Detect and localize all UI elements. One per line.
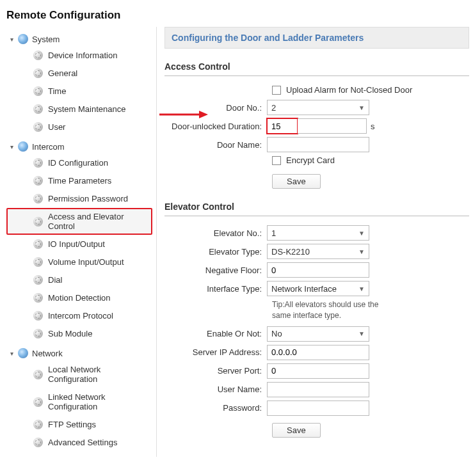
duration-label: Door-unlocked Duration: (164, 122, 267, 131)
sidebar-item-time[interactable]: Time (6, 83, 152, 100)
gear-icon (33, 275, 43, 285)
sidebar-group-label: System (32, 35, 60, 44)
sidebar-item-label: Time Parameters (48, 176, 111, 186)
door-name-label: Door Name: (164, 140, 267, 150)
password-input[interactable] (267, 401, 369, 416)
globe-icon (18, 141, 28, 152)
sidebar-item-label: IO Input/Output (48, 239, 105, 249)
encrypt-card-row[interactable]: Encrypt Card (164, 155, 469, 165)
upload-alarm-checkbox[interactable] (272, 86, 281, 95)
sidebar-item-device-information[interactable]: Device Information (6, 47, 152, 64)
caret-down-icon: ▼ (358, 230, 365, 237)
door-no-label: Door No.: (164, 103, 267, 113)
sidebar: ▾ System Device Information General Time… (0, 27, 156, 457)
sidebar-item-permission-password[interactable]: Permission Password (6, 190, 152, 207)
sidebar-item-label: Volume Input/Output (48, 257, 124, 267)
sidebar-item-intercom-protocol[interactable]: Intercom Protocol (6, 307, 152, 324)
sidebar-item-volume-input-output[interactable]: Volume Input/Output (6, 253, 152, 271)
elevator-control-title: Elevator Control (164, 202, 469, 216)
gear-icon (33, 293, 43, 303)
chevron-down-icon: ▾ (10, 36, 17, 43)
server-ip-input[interactable] (267, 345, 369, 360)
duration-unit: s (371, 122, 375, 131)
access-save-button[interactable]: Save (272, 174, 321, 189)
sidebar-item-io-input-output[interactable]: IO Input/Output (6, 235, 152, 253)
enable-label: Enable Or Not: (164, 329, 267, 338)
sidebar-item-label: Access and Elevator Control (48, 212, 151, 231)
elevator-no-select[interactable]: 1 ▼ (267, 225, 369, 241)
upload-alarm-row[interactable]: Upload Alarm for Not-Closed Door (164, 85, 469, 95)
door-name-input[interactable] (267, 137, 369, 152)
sidebar-item-id-configuration[interactable]: ID Configuration (6, 154, 152, 171)
elevator-no-value: 1 (271, 228, 276, 238)
gear-icon (33, 239, 43, 249)
sidebar-item-general[interactable]: General (6, 65, 152, 82)
interface-type-select[interactable]: Network Interface ▼ (267, 281, 369, 296)
elevator-save-button[interactable]: Save (272, 423, 321, 438)
main-panel: Configuring the Door and Ladder Paramete… (164, 27, 473, 457)
elevator-type-value: DS-K2210 (271, 247, 310, 257)
server-port-input[interactable] (267, 363, 369, 379)
gear-icon (33, 104, 43, 114)
negative-floor-input[interactable] (267, 262, 369, 278)
sidebar-item-dial[interactable]: Dial (6, 271, 152, 289)
chevron-down-icon: ▾ (10, 350, 17, 357)
sidebar-group-network[interactable]: ▾ Network (3, 346, 156, 360)
elevator-type-label: Elevator Type: (164, 247, 267, 257)
page-title: Remote Configuration (0, 0, 473, 27)
door-unlocked-duration-input-ext[interactable] (298, 118, 367, 134)
sidebar-group-system[interactable]: ▾ System (3, 32, 156, 46)
sidebar-item-linked-network-configuration[interactable]: Linked Network Configuration (6, 388, 152, 415)
gear-icon (33, 86, 43, 96)
door-unlocked-duration-input[interactable] (267, 118, 298, 134)
upload-alarm-label: Upload Alarm for Not-Closed Door (286, 85, 412, 95)
sidebar-item-access-and-elevator-control[interactable]: Access and Elevator Control (6, 208, 152, 235)
sidebar-item-label: System Maintenance (48, 104, 125, 114)
interface-type-value: Network Interface (271, 284, 337, 294)
caret-down-icon: ▼ (358, 285, 365, 292)
gear-icon (33, 176, 43, 186)
server-port-label: Server Port: (164, 366, 267, 376)
sidebar-item-system-maintenance[interactable]: System Maintenance (6, 100, 152, 118)
door-no-select[interactable]: 2 ▼ (267, 100, 369, 115)
sidebar-item-label: Intercom Protocol (48, 311, 113, 321)
sidebar-group-intercom[interactable]: ▾ Intercom (3, 139, 156, 154)
encrypt-card-checkbox[interactable] (272, 156, 281, 165)
sidebar-item-time-parameters[interactable]: Time Parameters (6, 172, 152, 189)
user-name-input[interactable] (267, 382, 369, 397)
sidebar-item-advanced-settings[interactable]: Advanced Settings (6, 434, 152, 451)
sidebar-item-label: Sub Module (48, 329, 92, 338)
gear-icon (33, 311, 43, 321)
sidebar-group-label: Intercom (32, 142, 65, 152)
interface-type-label: Interface Type: (164, 284, 267, 294)
enable-or-not-select[interactable]: No ▼ (267, 326, 369, 342)
gear-icon (33, 68, 43, 78)
sidebar-item-user[interactable]: User (6, 118, 152, 136)
sidebar-item-sub-module[interactable]: Sub Module (6, 325, 152, 342)
globe-icon (18, 348, 28, 358)
gear-icon (33, 51, 43, 60)
sidebar-item-label: General (48, 68, 77, 78)
encrypt-card-label: Encrypt Card (286, 155, 335, 165)
server-ip-label: Server IP Address: (164, 347, 267, 357)
gear-icon (33, 420, 43, 429)
door-no-value: 2 (271, 103, 276, 113)
negative-floor-label: Negative Floor: (164, 266, 267, 275)
sidebar-item-label: FTP Settings (48, 420, 96, 429)
sidebar-item-label: ID Configuration (48, 158, 108, 168)
elevator-type-select[interactable]: DS-K2210 ▼ (267, 244, 369, 259)
sidebar-group-label: Network (32, 349, 63, 358)
elevator-control-section: Elevator Control Elevator No.: 1 ▼ Eleva… (164, 202, 469, 438)
access-control-title: Access Control (164, 61, 469, 76)
sidebar-item-local-network-configuration[interactable]: Local Network Configuration (6, 361, 152, 388)
gear-icon (33, 257, 43, 267)
sidebar-item-ftp-settings[interactable]: FTP Settings (6, 416, 152, 433)
globe-icon (18, 34, 28, 44)
sidebar-item-motion-detection[interactable]: Motion Detection (6, 289, 152, 306)
caret-down-icon: ▼ (358, 248, 365, 255)
password-label: Password: (164, 403, 267, 413)
sidebar-item-label: Time (48, 86, 66, 96)
sidebar-item-label: Linked Network Configuration (48, 392, 151, 411)
access-control-section: Access Control Upload Alarm for Not-Clos… (164, 61, 469, 189)
caret-down-icon: ▼ (358, 104, 365, 111)
